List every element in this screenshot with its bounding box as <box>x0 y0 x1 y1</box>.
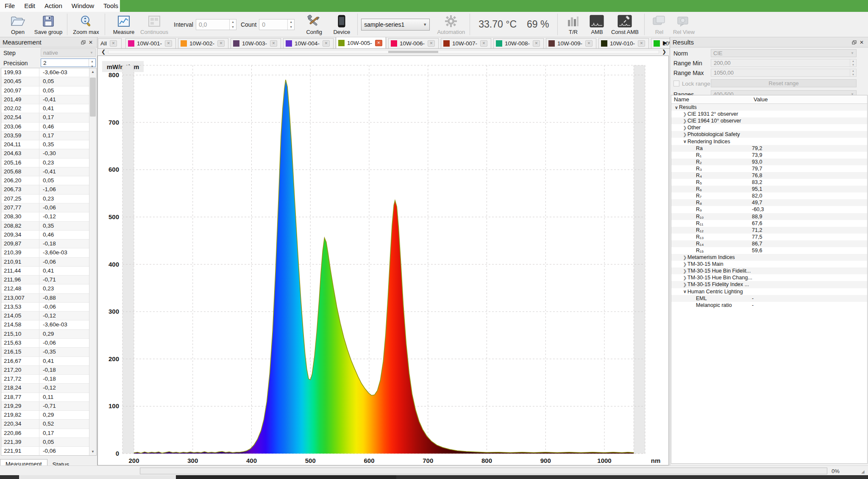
scroll-right-icon[interactable]: ❯ <box>660 49 668 55</box>
tree-row-rendering-indices[interactable]: ∨Rendering Indices <box>671 138 867 145</box>
table-row[interactable]: 221,390,05 <box>1 438 89 447</box>
expand-icon[interactable]: ❯ <box>682 276 687 280</box>
tab-10w-007-[interactable]: 10W-007-✕ <box>441 38 491 48</box>
scrollbar-thumb[interactable] <box>90 78 96 117</box>
table-row[interactable]: 214,58-3,60e-03 <box>1 320 89 329</box>
tab-close-icon[interactable]: ✕ <box>480 40 487 47</box>
tree-row-results[interactable]: ∨Results <box>671 104 867 111</box>
tree-row-tm-30-15-hue-bin-chang-[interactable]: ❯TM-30-15 Hue Bin Chang... <box>671 274 867 281</box>
table-row[interactable]: 216,670,41 <box>1 357 89 366</box>
float-panel-icon[interactable] <box>79 39 87 46</box>
menu-item-file[interactable]: File <box>0 0 19 12</box>
tree-row-cie-1931-2-observer[interactable]: ❯CIE 1931 2° observer <box>671 111 867 117</box>
tree-row-r-[interactable]: R₁₁67,6 <box>671 220 867 227</box>
float-panel-icon[interactable] <box>850 39 858 46</box>
table-row[interactable]: 211,440,41 <box>1 267 89 276</box>
table-row[interactable]: 219,820,29 <box>1 411 89 420</box>
resize-grip-icon[interactable]: ◢ <box>861 469 866 474</box>
tab-10w-006-[interactable]: 10W-006-✕ <box>388 38 439 48</box>
precision-spinner[interactable]: ▲▼ <box>89 59 95 67</box>
tab-10w-008-[interactable]: 10W-008-✕ <box>493 38 544 48</box>
table-row[interactable]: 219,29-0,71 <box>1 402 89 411</box>
table-row[interactable]: 210,39-3,60e-03 <box>1 248 89 257</box>
tr-button[interactable]: T/R <box>561 13 585 36</box>
measurement-table-scrollbar[interactable]: ▲ ▼ <box>89 68 96 455</box>
table-row[interactable]: 200,970,05 <box>1 86 89 95</box>
expand-icon[interactable]: ❯ <box>682 125 687 130</box>
collapse-icon[interactable]: ∨ <box>682 139 687 144</box>
table-row[interactable]: 209,340,46 <box>1 231 89 240</box>
table-row[interactable]: 207,77-0,06 <box>1 203 89 212</box>
tree-row-r-[interactable]: R₅83,2 <box>671 179 867 186</box>
tree-row-r-[interactable]: R₃79,7 <box>671 165 867 172</box>
const-amb-button[interactable]: Const AMB <box>609 13 641 36</box>
table-row[interactable]: 218,24-0,12 <box>1 384 89 393</box>
table-row[interactable]: 200,450,05 <box>1 77 89 86</box>
open-button[interactable]: Open <box>3 13 33 36</box>
table-row[interactable]: 213,53-0,06 <box>1 303 89 312</box>
tab-close-icon[interactable]: ✕ <box>110 40 117 47</box>
tree-row-r-[interactable]: R₁73,9 <box>671 152 867 159</box>
collapse-icon[interactable]: ∨ <box>682 289 687 294</box>
tab-close-icon[interactable]: ✕ <box>428 40 435 47</box>
table-row[interactable]: 215,63-0,06 <box>1 339 89 348</box>
tab-close-icon[interactable]: ✕ <box>638 40 645 47</box>
device-button[interactable]: Device <box>329 13 354 36</box>
expand-icon[interactable]: ❯ <box>682 255 687 260</box>
tree-row-melanopic-ratio[interactable]: Melanopic ratio- <box>671 302 867 309</box>
tree-row-ra[interactable]: Ra79,2 <box>671 145 867 152</box>
table-row[interactable]: 213,007-0,88 <box>1 294 89 303</box>
table-row[interactable]: 206,73-1,06 <box>1 185 89 194</box>
tab-10w-009-[interactable]: 10W-009-✕ <box>546 38 596 48</box>
tree-row-r-[interactable]: R₁₄86,7 <box>671 240 867 247</box>
table-row[interactable]: 211,96-0,71 <box>1 276 89 284</box>
table-row[interactable]: 217,72-0,18 <box>1 375 89 384</box>
save-group-button[interactable]: Save group <box>33 13 64 36</box>
tree-row-tm-30-15-hue-bin-fidelit-[interactable]: ❯TM-30-15 Hue Bin Fidelit... <box>671 267 867 274</box>
expand-icon[interactable]: ❯ <box>682 269 687 273</box>
menu-item-action[interactable]: Action <box>40 0 67 12</box>
tree-row-eml[interactable]: EML- <box>671 295 867 302</box>
table-row[interactable]: 215,100,29 <box>1 330 89 339</box>
table-row[interactable]: 204,63-0,30 <box>1 149 89 158</box>
tree-row-r-[interactable]: R₉-60,3 <box>671 206 867 213</box>
table-row[interactable]: 204,110,35 <box>1 140 89 149</box>
expand-icon[interactable]: ❯ <box>682 262 687 267</box>
menu-item-tools[interactable]: Tools <box>99 0 123 12</box>
tab-close-icon[interactable]: ✕ <box>533 40 540 47</box>
table-row[interactable]: 203,060,46 <box>1 123 89 131</box>
table-row[interactable]: 207,250,23 <box>1 195 89 203</box>
table-row[interactable]: 208,820,35 <box>1 222 89 231</box>
scroll-left-icon[interactable]: ❮ <box>100 49 107 55</box>
menu-item-window[interactable]: Window <box>67 0 99 12</box>
measure-button[interactable]: Measure <box>108 13 139 36</box>
tab-close-icon[interactable]: ✕ <box>323 40 330 47</box>
table-row[interactable]: 202,540,17 <box>1 113 89 122</box>
table-row[interactable]: 217,20-0,18 <box>1 366 89 375</box>
table-row[interactable]: 201,49-0,41 <box>1 95 89 104</box>
table-row[interactable]: 221,91-0,06 <box>1 447 89 456</box>
scroll-up-icon[interactable]: ▲ <box>89 68 96 75</box>
table-row[interactable]: 214,05-0,12 <box>1 312 89 320</box>
expand-icon[interactable]: ❯ <box>682 112 687 117</box>
tab-10w-003-[interactable]: 10W-003-✕ <box>231 38 281 48</box>
table-row[interactable]: 212,480,23 <box>1 284 89 293</box>
zoom-max-button[interactable]: Zoom max <box>71 13 101 36</box>
table-row[interactable]: 216,15-0,35 <box>1 348 89 356</box>
tab-scrollbar-thumb[interactable] <box>388 51 438 53</box>
table-row[interactable]: 209,87-0,18 <box>1 240 89 248</box>
expand-icon[interactable]: ❯ <box>682 132 687 137</box>
tree-row-human-centric-lighting[interactable]: ∨Human Centric Lighting <box>671 288 867 295</box>
tree-row-r-[interactable]: R₇82,0 <box>671 192 867 199</box>
table-row[interactable]: 199,93-3,60e-03 <box>1 68 89 77</box>
tree-row-r-[interactable]: R₂93,0 <box>671 159 867 165</box>
tree-row-tm-30-15-fidelity-index-[interactable]: ❯TM-30-15 Fidelity Index ... <box>671 281 867 288</box>
tab-10w-005-[interactable]: 10W-005-✕ <box>336 37 386 48</box>
precision-input[interactable]: 2 ▲▼ <box>41 58 96 67</box>
collapse-icon[interactable]: ∨ <box>674 105 679 110</box>
close-panel-icon[interactable]: ✕ <box>87 39 95 46</box>
config-button[interactable]: Config <box>299 13 329 36</box>
tab-close-icon[interactable]: ✕ <box>270 40 277 47</box>
tab-scrollbar-track[interactable] <box>108 50 659 54</box>
tree-row-r-[interactable]: R₁₅59,6 <box>671 247 867 254</box>
